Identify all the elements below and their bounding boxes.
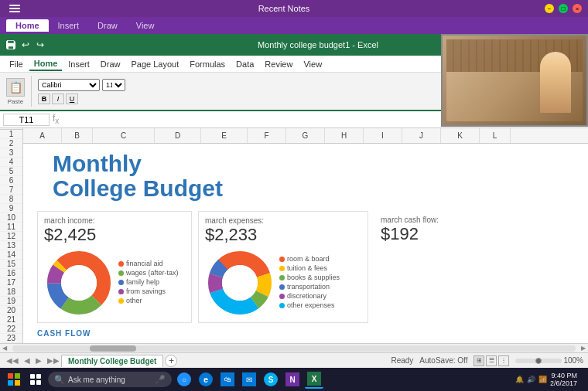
italic-button[interactable]: I (52, 94, 64, 104)
sheet-next-btn[interactable]: ▶▶ (46, 356, 61, 365)
horizontal-scrollbar[interactable]: ◀ ▶ (0, 343, 588, 352)
sheet-prev-btn[interactable]: ◀◀ (5, 356, 20, 365)
legend-financial-aid: financial aid (118, 260, 179, 267)
column-headers: A B C D E F G H I J K L (23, 128, 588, 144)
onenote-tab-view[interactable]: View (127, 19, 164, 32)
video-thumbnail (441, 34, 588, 127)
page-break-view-btn[interactable]: ⋮ (498, 355, 509, 366)
spreadsheet-area: 1 2 3 4 5 6 7 8 9 10 11 12 13 14 15 16 1… (0, 128, 588, 343)
scroll-right-btn[interactable]: ▶ (579, 345, 588, 352)
scroll-track[interactable] (12, 345, 576, 352)
income-donut-chart (44, 248, 114, 318)
legend-from-savings: from savings (118, 287, 179, 295)
task-view-button[interactable] (26, 370, 45, 389)
font-size-select[interactable]: 11 (102, 79, 125, 91)
bold-button[interactable]: B (38, 94, 50, 104)
menu-insert[interactable]: Insert (63, 58, 94, 70)
sheet-tab-monthly-budget[interactable]: Monthly College Budget (61, 355, 163, 367)
onenote-tab-home[interactable]: Home (6, 19, 49, 32)
microphone-icon[interactable]: 🎤 (155, 375, 166, 385)
underline-button[interactable]: U (66, 94, 78, 104)
volume-icon[interactable]: 🔊 (527, 376, 535, 383)
menu-view[interactable]: View (299, 58, 326, 70)
status-autosave: AutoSave: Off (419, 356, 467, 365)
zoom-slider-track[interactable] (515, 359, 562, 363)
expenses-legend: room & board tuition & fees books & supp… (279, 255, 340, 311)
close-button[interactable]: × (573, 4, 582, 13)
budget-title-line2: College Budget (53, 176, 580, 201)
scroll-thumb[interactable] (90, 345, 136, 352)
onenote-tab-draw[interactable]: Draw (88, 19, 127, 32)
sheet-prev-single-btn[interactable]: ◀ (22, 356, 32, 365)
redo-icon[interactable]: ↪ (34, 39, 46, 51)
row-1: 1 (0, 130, 22, 139)
expenses-label: march expenses: (205, 216, 361, 225)
menu-formulas[interactable]: Formulas (185, 58, 230, 70)
mail-button[interactable]: ✉ (240, 370, 258, 389)
zoom-slider-thumb[interactable] (535, 358, 542, 364)
expenses-chart-row: room & board tuition & fees books & supp… (205, 248, 361, 318)
svg-rect-22 (36, 374, 41, 379)
svg-rect-20 (15, 380, 20, 386)
zoom-control: 100% (515, 356, 583, 365)
add-sheet-button[interactable]: + (165, 355, 177, 367)
excel-taskbar-button[interactable]: X (305, 370, 323, 389)
notification-icon[interactable]: 🔔 (515, 376, 524, 383)
onenote-taskbar-icon: N (285, 372, 299, 386)
row-5: 5 (0, 167, 22, 176)
svg-point-14 (222, 265, 258, 301)
menu-page-layout[interactable]: Page Layout (126, 58, 183, 70)
menu-home[interactable]: Home (29, 57, 63, 71)
row-4: 4 (0, 158, 22, 167)
income-chart-row: financial aid wages (after-tax) family h… (44, 248, 185, 318)
font-family-select[interactable]: Calibri (38, 79, 100, 91)
cell-reference[interactable] (3, 114, 50, 126)
undo-icon[interactable]: ↩ (19, 39, 32, 51)
normal-view-btn[interactable]: ⊞ (473, 355, 484, 366)
cashflow-label: march cash flow: (381, 216, 439, 224)
cashflow-card: march cash flow: $192 (374, 211, 445, 323)
svg-rect-19 (8, 380, 13, 386)
legend-family-help: family help (118, 278, 179, 286)
excel-data-area[interactable]: Monthly College Budget march income: $2,… (23, 144, 588, 343)
sheet-next-single-btn[interactable]: ▶ (34, 356, 43, 365)
save-icon[interactable] (5, 39, 17, 51)
col-j: J (402, 128, 441, 143)
network-icon[interactable]: 📶 (538, 376, 547, 383)
cortana-button[interactable]: ○ (175, 370, 193, 389)
hamburger-menu[interactable] (6, 2, 23, 15)
menu-draw[interactable]: Draw (96, 58, 125, 70)
maximize-button[interactable]: □ (559, 4, 568, 13)
search-icon: 🔍 (54, 375, 65, 385)
onenote-tab-insert[interactable]: Insert (49, 19, 89, 32)
row-16: 16 (0, 269, 22, 278)
row-11: 11 (0, 223, 22, 232)
svg-rect-24 (36, 380, 41, 385)
menu-data[interactable]: Data (231, 58, 258, 70)
minimize-button[interactable]: − (545, 4, 554, 13)
budget-title-line1: Monthly (53, 151, 580, 176)
scroll-left-btn[interactable]: ◀ (0, 345, 9, 352)
edge-icon: e (199, 372, 213, 386)
ribbon-paste[interactable]: 📋 Paste (6, 78, 25, 105)
search-bar[interactable]: 🔍 Ask me anything 🎤 (48, 372, 172, 387)
row-9: 9 (0, 204, 22, 213)
menu-file[interactable]: File (5, 58, 28, 70)
status-ready: Ready (391, 356, 413, 365)
page-layout-view-btn[interactable]: ☰ (486, 355, 497, 366)
income-card: march income: $2,425 (37, 211, 192, 323)
legend-other-income: other (118, 297, 179, 304)
edge-button[interactable]: e (197, 370, 215, 389)
row-13: 13 (0, 241, 22, 250)
store-icon: 🛍 (220, 372, 234, 386)
start-button[interactable] (5, 370, 23, 389)
store-button[interactable]: 🛍 (218, 370, 237, 389)
formula-separator: fx (53, 113, 59, 125)
onenote-taskbar-button[interactable]: N (283, 370, 302, 389)
spreadsheet-content: A B C D E F G H I J K L Mon (23, 128, 588, 343)
skype-button[interactable]: S (262, 370, 280, 389)
sheet-navigation: ◀◀ ◀ ▶ ▶▶ (5, 356, 61, 365)
menu-review[interactable]: Review (260, 58, 297, 70)
windows-taskbar: 🔍 Ask me anything 🎤 ○ e 🛍 ✉ S N (0, 368, 588, 391)
sheet-tabs: Monthly College Budget + (61, 355, 177, 367)
